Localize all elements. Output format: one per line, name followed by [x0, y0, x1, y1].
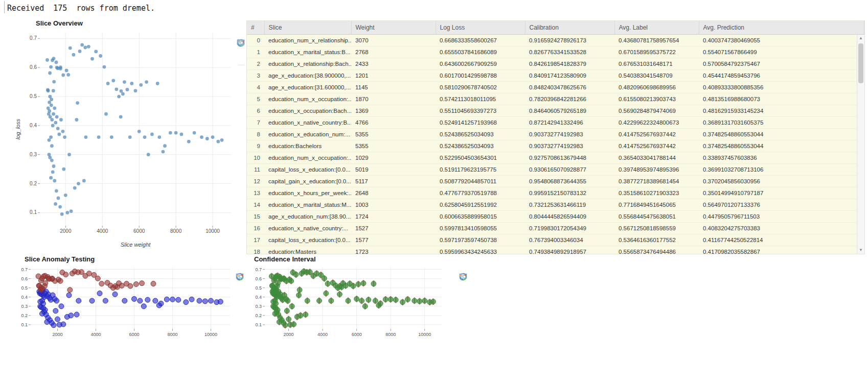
data-point[interactable]	[55, 317, 60, 322]
data-point[interactable]	[55, 61, 58, 64]
data-point[interactable]	[346, 298, 351, 303]
data-point[interactable]	[128, 283, 133, 289]
data-point[interactable]	[286, 317, 291, 322]
data-point[interactable]	[150, 133, 154, 136]
toggle-hover-tooltip-icon[interactable]	[459, 276, 468, 285]
table-scrollbar[interactable]: ▲ ▼	[857, 35, 864, 254]
data-point[interactable]	[143, 135, 147, 139]
data-point[interactable]	[373, 298, 378, 303]
data-point[interactable]	[49, 65, 53, 69]
data-point[interactable]	[43, 281, 48, 286]
data-point[interactable]	[121, 92, 125, 96]
data-point[interactable]	[133, 282, 139, 287]
data-point[interactable]	[417, 299, 422, 304]
data-point[interactable]	[164, 297, 169, 302]
data-point[interactable]	[49, 115, 52, 118]
data-point[interactable]	[51, 124, 55, 128]
data-point[interactable]	[90, 57, 94, 61]
data-point[interactable]	[276, 281, 281, 286]
column-header-avg-label[interactable]: Avg. Label	[614, 21, 699, 34]
data-point[interactable]	[56, 127, 60, 130]
data-point[interactable]	[48, 101, 51, 104]
data-point[interactable]	[383, 297, 388, 302]
data-point[interactable]	[64, 194, 67, 197]
data-point[interactable]	[140, 281, 145, 286]
data-point[interactable]	[74, 312, 79, 317]
data-point[interactable]	[73, 186, 77, 190]
data-point[interactable]	[53, 106, 56, 110]
data-point[interactable]	[130, 82, 133, 85]
reset-axes-icon[interactable]	[237, 54, 246, 63]
data-point[interactable]	[200, 135, 203, 139]
data-point[interactable]	[49, 176, 53, 180]
data-point[interactable]	[104, 112, 108, 116]
data-point[interactable]	[273, 301, 279, 306]
data-point[interactable]	[61, 322, 66, 327]
data-point[interactable]	[151, 281, 156, 286]
data-point[interactable]	[48, 71, 52, 75]
data-point[interactable]	[60, 212, 64, 216]
data-point[interactable]	[53, 308, 58, 314]
data-point[interactable]	[68, 313, 74, 318]
toggle-hover-tooltip-icon[interactable]	[237, 67, 246, 77]
data-point[interactable]	[77, 182, 80, 185]
data-point[interactable]	[393, 297, 398, 302]
data-point[interactable]	[112, 292, 118, 297]
column-header-slice[interactable]: Slice	[264, 21, 351, 34]
data-point[interactable]	[119, 115, 123, 118]
data-point[interactable]	[95, 276, 100, 281]
data-point[interactable]	[66, 73, 70, 77]
data-point[interactable]	[58, 278, 63, 283]
data-point[interactable]	[325, 281, 330, 286]
data-point[interactable]	[66, 293, 72, 298]
data-point[interactable]	[54, 202, 57, 206]
table-row[interactable]: 3age_x_education:[38.900000,...12010.601…	[247, 69, 864, 81]
data-point[interactable]	[79, 270, 84, 275]
data-point[interactable]	[103, 298, 108, 303]
column-header-log-loss[interactable]: Log Loss	[436, 21, 525, 34]
data-point[interactable]	[275, 307, 280, 313]
scrollbar-thumb[interactable]	[858, 43, 863, 83]
table-row[interactable]: 12capital_gain_x_education:[0.0...51170.…	[247, 175, 864, 187]
toggle-hover-tooltip-icon[interactable]	[236, 276, 245, 285]
data-point[interactable]	[354, 296, 359, 301]
table-row[interactable]: 7education_x_native_country:B...47660.52…	[247, 116, 864, 128]
data-point[interactable]	[400, 300, 405, 305]
data-point[interactable]	[50, 118, 54, 122]
data-point[interactable]	[145, 297, 150, 302]
table-row[interactable]: 16education_x_native_country:...15270.59…	[247, 222, 864, 234]
data-point[interactable]	[67, 153, 71, 156]
data-point[interactable]	[83, 46, 87, 50]
column-header-avg-prediction[interactable]: Avg. Prediction	[699, 21, 864, 34]
data-point[interactable]	[371, 281, 376, 286]
data-point[interactable]	[52, 89, 55, 92]
table-row[interactable]: 2education_x_relationship:Bach...24330.6…	[247, 58, 864, 69]
data-point[interactable]	[86, 271, 92, 276]
data-point[interactable]	[47, 89, 50, 92]
data-point[interactable]	[63, 135, 66, 139]
data-point[interactable]	[189, 297, 194, 302]
data-point[interactable]	[359, 298, 364, 303]
data-point[interactable]	[197, 298, 202, 303]
data-point[interactable]	[388, 297, 393, 302]
data-point[interactable]	[58, 205, 62, 209]
data-point[interactable]	[351, 283, 356, 289]
data-point[interactable]	[289, 278, 294, 283]
scroll-down-arrow[interactable]: ▼	[857, 247, 864, 254]
data-point[interactable]	[72, 53, 76, 57]
data-point[interactable]	[67, 287, 73, 293]
data-point[interactable]	[184, 300, 189, 305]
data-point[interactable]	[78, 50, 82, 53]
data-point[interactable]	[103, 65, 106, 69]
data-point[interactable]	[50, 144, 54, 148]
data-point[interactable]	[122, 298, 127, 303]
plotly-logo-icon[interactable]	[237, 29, 246, 38]
table-row[interactable]: 8education_x_education_num:...53550.5243…	[247, 128, 864, 140]
slice-anomaly-canvas[interactable]: 2000400060008000100000.10.20.30.40.50.60…	[14, 265, 239, 340]
data-point[interactable]	[169, 131, 172, 135]
data-point[interactable]	[162, 150, 165, 154]
data-point[interactable]	[99, 281, 104, 286]
data-point[interactable]	[115, 87, 118, 91]
data-point[interactable]	[422, 298, 427, 303]
data-point[interactable]	[145, 80, 148, 84]
